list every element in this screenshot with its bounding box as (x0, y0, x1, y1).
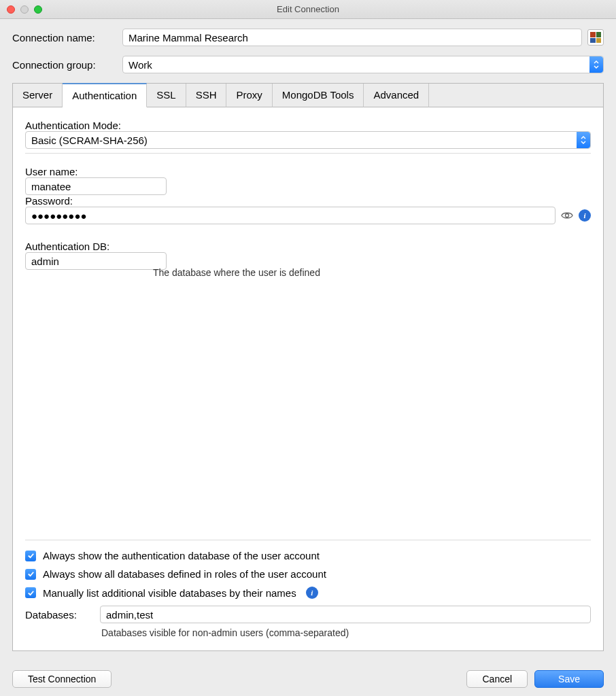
zoom-window-button[interactable] (34, 5, 42, 14)
titlebar: Edit Connection (0, 0, 616, 19)
select-stepper-icon (589, 56, 603, 73)
checkbox-manual-dbs-label: Manually list additional visible databas… (43, 587, 296, 599)
save-button[interactable]: Save (534, 670, 604, 688)
tab-authentication[interactable]: Authentication (63, 83, 147, 107)
password-input[interactable] (25, 207, 555, 224)
minimize-window-button (20, 5, 29, 14)
checkbox-manual-dbs[interactable] (25, 587, 36, 598)
authdb-label: Authentication DB: (25, 241, 153, 252)
auth-mode-value: Basic (SCRAM-SHA-256) (31, 135, 148, 146)
auth-mode-select[interactable]: Basic (SCRAM-SHA-256) (25, 131, 591, 149)
color-tag-button[interactable] (587, 29, 604, 46)
checkbox-show-authdb[interactable] (25, 551, 36, 561)
connection-name-input[interactable] (122, 29, 582, 46)
authdb-helper: The database where the user is defined (153, 267, 591, 278)
username-label: User name: (25, 166, 153, 177)
databases-helper: Databases visible for non-admin users (c… (101, 627, 591, 638)
tab-proxy[interactable]: Proxy (226, 84, 272, 107)
username-input[interactable] (25, 177, 167, 195)
databases-label: Databases: (25, 609, 93, 621)
auth-mode-label: Authentication Mode: (25, 120, 153, 131)
manual-dbs-info-icon[interactable]: i (306, 587, 318, 599)
reveal-password-icon[interactable] (561, 209, 573, 222)
tab-advanced[interactable]: Advanced (364, 84, 429, 107)
close-window-button[interactable] (7, 5, 15, 14)
cancel-button[interactable]: Cancel (466, 670, 528, 688)
databases-input[interactable] (100, 606, 591, 623)
authdb-input[interactable] (25, 252, 167, 270)
select-stepper-icon (577, 132, 590, 148)
connection-group-select[interactable]: Work (122, 56, 604, 73)
checkbox-show-authdb-label: Always show the authentication database … (43, 550, 320, 561)
tab-ssh[interactable]: SSH (186, 84, 227, 107)
test-connection-button[interactable]: Test Connection (12, 670, 112, 688)
checkbox-show-role-dbs-label: Always show all databases defined in rol… (43, 568, 326, 580)
password-label: Password: (25, 195, 153, 207)
tab-mongodb-tools[interactable]: MongoDB Tools (273, 84, 364, 107)
connection-name-label: Connection name: (12, 32, 122, 44)
tab-server[interactable]: Server (13, 84, 63, 107)
password-info-icon[interactable]: i (579, 209, 591, 222)
tab-ssl[interactable]: SSL (147, 84, 186, 107)
connection-group-label: Connection group: (12, 59, 122, 71)
tab-bar: Server Authentication SSL SSH Proxy Mong… (13, 84, 603, 107)
checkbox-show-role-dbs[interactable] (25, 569, 36, 580)
window-title: Edit Connection (0, 4, 616, 14)
svg-point-0 (566, 214, 569, 218)
connection-group-value: Work (129, 59, 152, 71)
